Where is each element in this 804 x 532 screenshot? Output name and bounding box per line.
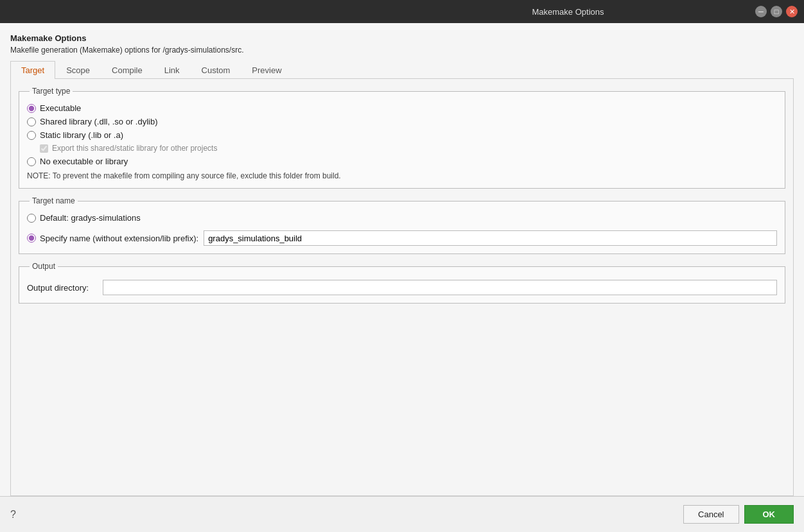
target-name-radio-group: Default: gradys-simulations Specify name… — [27, 213, 777, 246]
export-checkbox[interactable] — [40, 144, 48, 153]
window: Makemake Options ─ □ ✕ Makemake Options … — [0, 0, 804, 532]
target-type-radio-group: Executable Shared library (.dll, .so or … — [27, 103, 777, 166]
radio-executable-input[interactable] — [27, 104, 36, 113]
target-name-legend: Target name — [30, 196, 78, 205]
dialog-footer: ? Cancel OK — [0, 496, 804, 532]
dialog-subtitle: Makefile generation (Makemake) options f… — [10, 46, 794, 55]
dialog-header: Makemake Options Makefile generation (Ma… — [10, 33, 794, 55]
tabs: Target Scope Compile Link Custom Preview — [10, 61, 794, 79]
radio-static[interactable]: Static library (.lib or .a) — [27, 130, 777, 140]
dialog-title: Makemake Options — [10, 33, 794, 43]
help-icon[interactable]: ? — [10, 509, 16, 520]
radio-default-name-label: Default: gradys-simulations — [40, 213, 141, 223]
tab-custom[interactable]: Custom — [191, 61, 241, 79]
radio-static-label: Static library (.lib or .a) — [40, 130, 123, 140]
output-legend: Output — [30, 262, 58, 271]
output-directory-row: Output directory: — [27, 280, 777, 295]
target-type-note: NOTE: To prevent the makefile from compi… — [27, 171, 777, 180]
tab-preview[interactable]: Preview — [241, 61, 292, 79]
tab-scope[interactable]: Scope — [55, 61, 101, 79]
radio-none[interactable]: No executable or library — [27, 157, 777, 166]
tab-link[interactable]: Link — [153, 61, 191, 79]
output-group: Output Output directory: — [19, 262, 785, 304]
minimize-button[interactable]: ─ — [755, 6, 767, 17]
export-checkbox-label[interactable]: Export this shared/static library for ot… — [40, 144, 777, 153]
output-directory-input[interactable] — [103, 280, 777, 295]
radio-static-input[interactable] — [27, 131, 36, 140]
output-directory-label: Output directory: — [27, 283, 98, 293]
radio-executable-label: Executable — [40, 103, 81, 113]
target-name-group: Target name Default: gradys-simulations … — [19, 196, 785, 254]
specify-name-row: Specify name (without extension/lib pref… — [27, 230, 777, 246]
tab-compile[interactable]: Compile — [101, 61, 153, 79]
window-title: Makemake Options — [381, 7, 755, 17]
radio-default-name[interactable]: Default: gradys-simulations — [27, 213, 777, 223]
radio-shared-input[interactable] — [27, 117, 36, 126]
radio-specify-name-input[interactable] — [27, 234, 36, 243]
export-checkbox-text: Export this shared/static library for ot… — [52, 144, 217, 153]
close-button[interactable]: ✕ — [786, 6, 798, 17]
cancel-button[interactable]: Cancel — [683, 505, 738, 524]
tab-target[interactable]: Target — [10, 61, 55, 79]
radio-specify-name[interactable]: Specify name (without extension/lib pref… — [27, 234, 198, 243]
maximize-button[interactable]: □ — [771, 6, 782, 17]
radio-shared[interactable]: Shared library (.dll, .so or .dylib) — [27, 117, 777, 126]
dialog-body: Makemake Options Makefile generation (Ma… — [0, 23, 804, 496]
ok-button[interactable]: OK — [744, 505, 794, 524]
radio-none-input[interactable] — [27, 157, 36, 166]
radio-none-label: No executable or library — [40, 157, 128, 166]
radio-default-name-input[interactable] — [27, 214, 36, 223]
titlebar: Makemake Options ─ □ ✕ — [0, 0, 804, 23]
target-type-group: Target type Executable Shared library (.… — [19, 87, 785, 189]
tab-content: Target type Executable Shared library (.… — [10, 79, 794, 496]
specify-name-input[interactable]: gradys_simulations_build — [204, 230, 777, 246]
radio-shared-label: Shared library (.dll, .so or .dylib) — [40, 117, 158, 126]
radio-specify-name-label: Specify name (without extension/lib pref… — [40, 234, 198, 243]
titlebar-controls: ─ □ ✕ — [755, 6, 798, 17]
radio-executable[interactable]: Executable — [27, 103, 777, 113]
target-type-legend: Target type — [30, 87, 73, 96]
